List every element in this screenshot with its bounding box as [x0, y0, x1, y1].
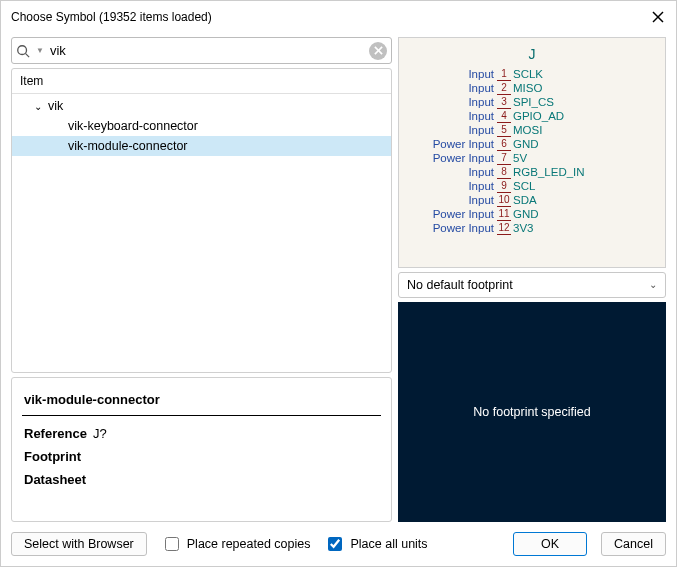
- pin-type: Input: [399, 166, 497, 179]
- pin-name: 5V: [511, 152, 631, 165]
- svg-point-2: [18, 45, 27, 54]
- pin-name: SCLK: [511, 68, 631, 81]
- place-repeated-label: Place repeated copies: [187, 537, 311, 551]
- detail-name: vik-module-connector: [24, 392, 381, 407]
- detail-reference: ReferenceJ?: [24, 426, 379, 441]
- pin-name: GPIO_AD: [511, 110, 631, 123]
- pin-number: 5: [497, 124, 511, 137]
- footprint-select[interactable]: No default footprint ⌄: [398, 272, 666, 298]
- symbol-pins: Input1SCLKInput2MISOInput3SPI_CSInput4GP…: [399, 68, 665, 235]
- cancel-button[interactable]: Cancel: [601, 532, 666, 556]
- detail-footprint: Footprint: [24, 449, 379, 464]
- pin-name: MISO: [511, 82, 631, 95]
- pin-type: Input: [399, 180, 497, 193]
- place-all-units-label: Place all units: [350, 537, 427, 551]
- dialog-content: ▼ Item ⌄vikvik-keyboard-connectorvik-mod…: [1, 31, 676, 524]
- close-icon: [652, 11, 664, 23]
- place-repeated-input[interactable]: [165, 537, 179, 551]
- pin-name: SCL: [511, 180, 631, 193]
- pin-type: Power Input: [399, 208, 497, 221]
- place-repeated-checkbox[interactable]: Place repeated copies: [161, 534, 311, 554]
- bottom-bar: Select with Browser Place repeated copie…: [1, 524, 676, 566]
- pin-name: 3V3: [511, 222, 631, 235]
- pin-number: 10: [497, 194, 511, 207]
- search-dropdown-caret-icon[interactable]: ▼: [36, 46, 44, 55]
- symbol-tree-box: Item ⌄vikvik-keyboard-connectorvik-modul…: [11, 68, 392, 373]
- close-button[interactable]: [650, 9, 666, 25]
- pin-name: RGB_LED_IN: [511, 166, 631, 179]
- pin-name: GND: [511, 138, 631, 151]
- search-field[interactable]: ▼: [11, 37, 392, 64]
- pin-type: Input: [399, 96, 497, 109]
- pin-number: 9: [497, 180, 511, 193]
- pin-number: 2: [497, 82, 511, 95]
- pin-name: SDA: [511, 194, 631, 207]
- search-icon: [16, 44, 30, 58]
- svg-line-3: [26, 53, 30, 57]
- left-column: ▼ Item ⌄vikvik-keyboard-connectorvik-mod…: [11, 37, 392, 522]
- pin-number: 6: [497, 138, 511, 151]
- chevron-down-icon: ⌄: [649, 279, 657, 290]
- pin-number: 11: [497, 208, 511, 221]
- clear-icon: [374, 46, 383, 55]
- pin-number: 7: [497, 152, 511, 165]
- right-column: J Input1SCLKInput2MISOInput3SPI_CSInput4…: [398, 37, 666, 522]
- symbol-refdes: J: [399, 46, 665, 62]
- tree-item[interactable]: vik-module-connector: [12, 136, 391, 156]
- tree-header-item[interactable]: Item: [12, 69, 391, 94]
- tree-group[interactable]: ⌄vik: [12, 96, 391, 116]
- ok-button[interactable]: OK: [513, 532, 587, 556]
- pin-type: Input: [399, 68, 497, 81]
- pin-number: 8: [497, 166, 511, 179]
- select-with-browser-button[interactable]: Select with Browser: [11, 532, 147, 556]
- pin-number: 4: [497, 110, 511, 123]
- place-all-units-input[interactable]: [328, 537, 342, 551]
- pin-type: Input: [399, 194, 497, 207]
- pin-type: Power Input: [399, 222, 497, 235]
- pin-type: Input: [399, 110, 497, 123]
- tree-h-scrollbar[interactable]: [12, 356, 391, 372]
- footprint-preview: No footprint specified: [398, 302, 666, 523]
- tree-item[interactable]: vik-keyboard-connector: [12, 116, 391, 136]
- pin-type: Power Input: [399, 138, 497, 151]
- pin-name: MOSI: [511, 124, 631, 137]
- search-input[interactable]: [48, 42, 369, 59]
- detail-datasheet: Datasheet: [24, 472, 379, 487]
- pin-number: 3: [497, 96, 511, 109]
- details-panel: vik-module-connector ReferenceJ? Footpri…: [11, 377, 392, 522]
- clear-search-button[interactable]: [369, 42, 387, 60]
- title-bar: Choose Symbol (19352 items loaded): [1, 1, 676, 31]
- place-all-units-checkbox[interactable]: Place all units: [324, 534, 427, 554]
- symbol-tree[interactable]: ⌄vikvik-keyboard-connectorvik-module-con…: [12, 94, 391, 356]
- pin-number: 1: [497, 68, 511, 81]
- caret-down-icon: ⌄: [34, 101, 42, 112]
- pin-name: SPI_CS: [511, 96, 631, 109]
- pin-type: Input: [399, 82, 497, 95]
- footprint-preview-text: No footprint specified: [473, 405, 590, 419]
- dialog-window: Choose Symbol (19352 items loaded) ▼ Ite…: [0, 0, 677, 567]
- pin-type: Input: [399, 124, 497, 137]
- symbol-preview: J Input1SCLKInput2MISOInput3SPI_CSInput4…: [398, 37, 666, 268]
- pin-name: GND: [511, 208, 631, 221]
- pin-type: Power Input: [399, 152, 497, 165]
- window-title: Choose Symbol (19352 items loaded): [11, 10, 212, 24]
- detail-divider: [22, 415, 381, 416]
- pin-number: 12: [497, 222, 511, 235]
- footprint-select-label: No default footprint: [407, 278, 513, 292]
